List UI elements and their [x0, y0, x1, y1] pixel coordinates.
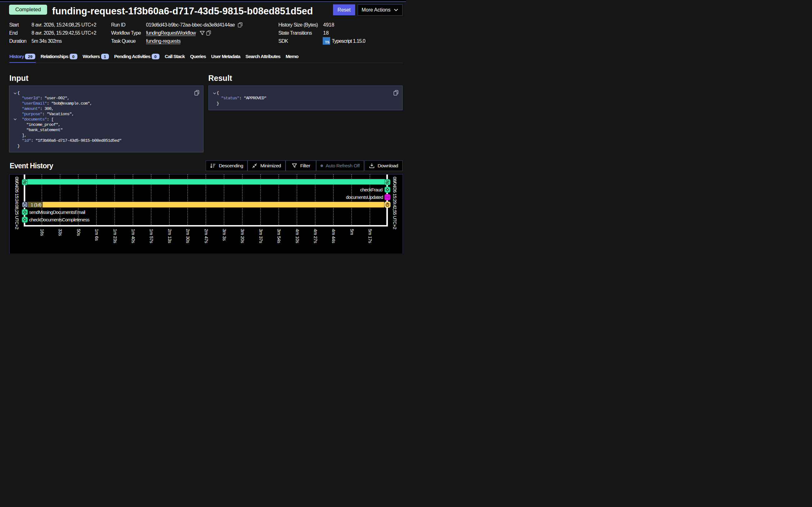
svg-text:4m 44s: 4m 44s [331, 229, 336, 243]
svg-text:3m 37s: 3m 37s [258, 229, 263, 243]
svg-text:1m 6s: 1m 6s [94, 229, 99, 241]
svg-text:documentsUpdated: documentsUpdated [346, 194, 383, 200]
svg-text:2m 30s: 2m 30s [185, 229, 190, 243]
svg-text:2m 13s: 2m 13s [167, 229, 172, 243]
svg-text:checkDocumentsCompleteness: checkDocumentsCompleteness [29, 217, 89, 222]
svg-text:50s: 50s [76, 229, 81, 236]
svg-text:1m 40s: 1m 40s [131, 229, 136, 243]
svg-text:sendMissingDocumentsEmail: sendMissingDocumentsEmail [29, 210, 85, 215]
svg-text:3m 3s: 3m 3s [222, 229, 227, 241]
svg-text:1m 23s: 1m 23s [112, 229, 117, 243]
svg-text:5m: 5m [349, 229, 354, 235]
svg-text:08/04/26 15:29:42,55 UTC+2: 08/04/26 15:29:42,55 UTC+2 [392, 177, 397, 229]
svg-text:4m 10s: 4m 10s [295, 229, 300, 243]
svg-text:2m 47s: 2m 47s [203, 229, 208, 243]
svg-text:16s: 16s [40, 229, 45, 236]
svg-text:08/04/26 15:24:08,25 UTC+2: 08/04/26 15:24:08,25 UTC+2 [14, 177, 20, 229]
svg-text:3m 54s: 3m 54s [276, 229, 282, 243]
svg-text:1 (1d): 1 (1d) [30, 202, 41, 207]
svg-text:1m 57s: 1m 57s [149, 229, 154, 243]
svg-text:33s: 33s [58, 229, 63, 236]
svg-text:checkFraud: checkFraud [360, 187, 383, 192]
svg-text:3m 20s: 3m 20s [240, 229, 245, 243]
svg-text:5m 17s: 5m 17s [368, 229, 373, 243]
svg-text:4m 27s: 4m 27s [313, 229, 318, 243]
